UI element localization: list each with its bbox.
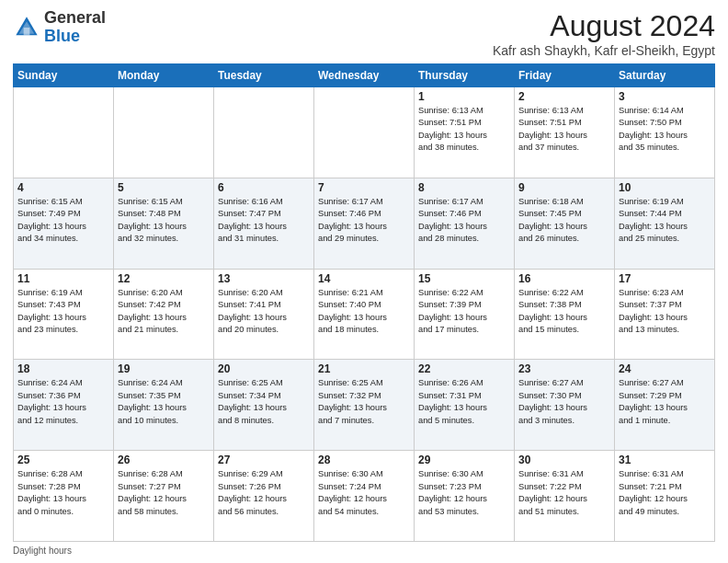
day-number: 8 [418, 181, 510, 194]
day-info: Sunrise: 6:26 AM Sunset: 7:31 PM Dayligh… [418, 377, 510, 427]
day-info: Sunrise: 6:31 AM Sunset: 7:21 PM Dayligh… [619, 468, 711, 518]
calendar-week-row: 1Sunrise: 6:13 AM Sunset: 7:51 PM Daylig… [14, 87, 715, 178]
day-number: 23 [518, 362, 610, 375]
table-row: 11Sunrise: 6:19 AM Sunset: 7:43 PM Dayli… [14, 269, 114, 360]
day-info: Sunrise: 6:23 AM Sunset: 7:37 PM Dayligh… [619, 287, 711, 337]
day-number: 16 [518, 272, 610, 285]
table-row [314, 87, 415, 178]
calendar-week-row: 18Sunrise: 6:24 AM Sunset: 7:36 PM Dayli… [14, 360, 715, 451]
footer: Daylight hours [13, 546, 715, 556]
col-sunday: Sunday [14, 64, 114, 87]
page: General Blue August 2024 Kafr ash Shaykh… [0, 0, 728, 563]
day-number: 28 [318, 454, 410, 466]
table-row: 29Sunrise: 6:30 AM Sunset: 7:23 PM Dayli… [415, 451, 515, 542]
day-number: 10 [619, 181, 711, 194]
table-row: 25Sunrise: 6:28 AM Sunset: 7:28 PM Dayli… [14, 451, 114, 542]
col-friday: Friday [515, 64, 615, 87]
day-number: 29 [418, 454, 510, 466]
day-number: 27 [218, 454, 310, 466]
day-number: 12 [118, 272, 210, 285]
table-row: 13Sunrise: 6:20 AM Sunset: 7:41 PM Dayli… [214, 269, 314, 360]
col-wednesday: Wednesday [314, 64, 415, 87]
day-info: Sunrise: 6:24 AM Sunset: 7:36 PM Dayligh… [17, 377, 109, 427]
day-info: Sunrise: 6:17 AM Sunset: 7:46 PM Dayligh… [318, 196, 410, 246]
col-monday: Monday [114, 64, 214, 87]
day-number: 30 [518, 454, 610, 466]
header: General Blue August 2024 Kafr ash Shaykh… [13, 9, 715, 58]
calendar-week-row: 11Sunrise: 6:19 AM Sunset: 7:43 PM Dayli… [14, 269, 715, 360]
calendar-week-row: 4Sunrise: 6:15 AM Sunset: 7:49 PM Daylig… [14, 178, 715, 269]
day-number: 18 [17, 362, 109, 375]
day-info: Sunrise: 6:27 AM Sunset: 7:29 PM Dayligh… [619, 377, 711, 427]
table-row: 12Sunrise: 6:20 AM Sunset: 7:42 PM Dayli… [114, 269, 214, 360]
table-row: 18Sunrise: 6:24 AM Sunset: 7:36 PM Dayli… [14, 360, 114, 451]
day-number: 2 [518, 90, 610, 103]
day-info: Sunrise: 6:15 AM Sunset: 7:49 PM Dayligh… [17, 196, 109, 246]
day-number: 22 [418, 362, 510, 375]
table-row: 21Sunrise: 6:25 AM Sunset: 7:32 PM Dayli… [314, 360, 415, 451]
day-number: 13 [218, 272, 310, 285]
day-info: Sunrise: 6:18 AM Sunset: 7:45 PM Dayligh… [518, 196, 610, 246]
logo: General Blue [13, 9, 106, 46]
table-row: 8Sunrise: 6:17 AM Sunset: 7:46 PM Daylig… [415, 178, 515, 269]
day-info: Sunrise: 6:22 AM Sunset: 7:38 PM Dayligh… [518, 287, 610, 337]
day-number: 9 [518, 181, 610, 194]
table-row: 3Sunrise: 6:14 AM Sunset: 7:50 PM Daylig… [615, 87, 715, 178]
day-info: Sunrise: 6:19 AM Sunset: 7:44 PM Dayligh… [619, 196, 711, 246]
table-row: 28Sunrise: 6:30 AM Sunset: 7:24 PM Dayli… [314, 451, 415, 542]
day-number: 6 [218, 181, 310, 194]
table-row [114, 87, 214, 178]
month-title: August 2024 [493, 9, 715, 43]
day-number: 3 [619, 90, 711, 103]
day-number: 14 [318, 272, 410, 285]
day-number: 4 [17, 181, 109, 194]
day-number: 19 [118, 362, 210, 375]
table-row [214, 87, 314, 178]
table-row: 17Sunrise: 6:23 AM Sunset: 7:37 PM Dayli… [615, 269, 715, 360]
day-number: 7 [318, 181, 410, 194]
table-row: 14Sunrise: 6:21 AM Sunset: 7:40 PM Dayli… [314, 269, 415, 360]
day-info: Sunrise: 6:14 AM Sunset: 7:50 PM Dayligh… [619, 105, 711, 155]
col-tuesday: Tuesday [214, 64, 314, 87]
table-row: 31Sunrise: 6:31 AM Sunset: 7:21 PM Dayli… [615, 451, 715, 542]
table-row: 15Sunrise: 6:22 AM Sunset: 7:39 PM Dayli… [415, 269, 515, 360]
table-row: 27Sunrise: 6:29 AM Sunset: 7:26 PM Dayli… [214, 451, 314, 542]
table-row: 4Sunrise: 6:15 AM Sunset: 7:49 PM Daylig… [14, 178, 114, 269]
day-info: Sunrise: 6:24 AM Sunset: 7:35 PM Dayligh… [118, 377, 210, 427]
calendar-header-row: Sunday Monday Tuesday Wednesday Thursday… [14, 64, 715, 87]
table-row: 19Sunrise: 6:24 AM Sunset: 7:35 PM Dayli… [114, 360, 214, 451]
day-info: Sunrise: 6:29 AM Sunset: 7:26 PM Dayligh… [218, 468, 310, 518]
day-number: 5 [118, 181, 210, 194]
table-row: 9Sunrise: 6:18 AM Sunset: 7:45 PM Daylig… [515, 178, 615, 269]
day-info: Sunrise: 6:27 AM Sunset: 7:30 PM Dayligh… [518, 377, 610, 427]
day-number: 31 [619, 454, 711, 466]
day-info: Sunrise: 6:19 AM Sunset: 7:43 PM Dayligh… [17, 287, 109, 337]
table-row: 30Sunrise: 6:31 AM Sunset: 7:22 PM Dayli… [515, 451, 615, 542]
calendar-week-row: 25Sunrise: 6:28 AM Sunset: 7:28 PM Dayli… [14, 451, 715, 542]
day-info: Sunrise: 6:21 AM Sunset: 7:40 PM Dayligh… [318, 287, 410, 337]
table-row: 26Sunrise: 6:28 AM Sunset: 7:27 PM Dayli… [114, 451, 214, 542]
col-saturday: Saturday [615, 64, 715, 87]
table-row: 24Sunrise: 6:27 AM Sunset: 7:29 PM Dayli… [615, 360, 715, 451]
day-info: Sunrise: 6:13 AM Sunset: 7:51 PM Dayligh… [518, 105, 610, 155]
day-info: Sunrise: 6:16 AM Sunset: 7:47 PM Dayligh… [218, 196, 310, 246]
day-number: 25 [17, 454, 109, 466]
svg-rect-2 [24, 28, 30, 35]
location-title: Kafr ash Shaykh, Kafr el-Sheikh, Egypt [493, 43, 715, 58]
day-info: Sunrise: 6:20 AM Sunset: 7:42 PM Dayligh… [118, 287, 210, 337]
day-number: 24 [619, 362, 711, 375]
col-thursday: Thursday [415, 64, 515, 87]
logo-text: General Blue [44, 9, 106, 46]
day-info: Sunrise: 6:15 AM Sunset: 7:48 PM Dayligh… [118, 196, 210, 246]
daylight-label: Daylight hours [13, 546, 72, 556]
day-info: Sunrise: 6:25 AM Sunset: 7:32 PM Dayligh… [318, 377, 410, 427]
calendar-table: Sunday Monday Tuesday Wednesday Thursday… [13, 63, 715, 542]
day-info: Sunrise: 6:13 AM Sunset: 7:51 PM Dayligh… [418, 105, 510, 155]
day-info: Sunrise: 6:25 AM Sunset: 7:34 PM Dayligh… [218, 377, 310, 427]
day-info: Sunrise: 6:28 AM Sunset: 7:28 PM Dayligh… [17, 468, 109, 518]
day-number: 15 [418, 272, 510, 285]
day-info: Sunrise: 6:22 AM Sunset: 7:39 PM Dayligh… [418, 287, 510, 337]
day-info: Sunrise: 6:30 AM Sunset: 7:23 PM Dayligh… [418, 468, 510, 518]
table-row: 10Sunrise: 6:19 AM Sunset: 7:44 PM Dayli… [615, 178, 715, 269]
day-info: Sunrise: 6:30 AM Sunset: 7:24 PM Dayligh… [318, 468, 410, 518]
